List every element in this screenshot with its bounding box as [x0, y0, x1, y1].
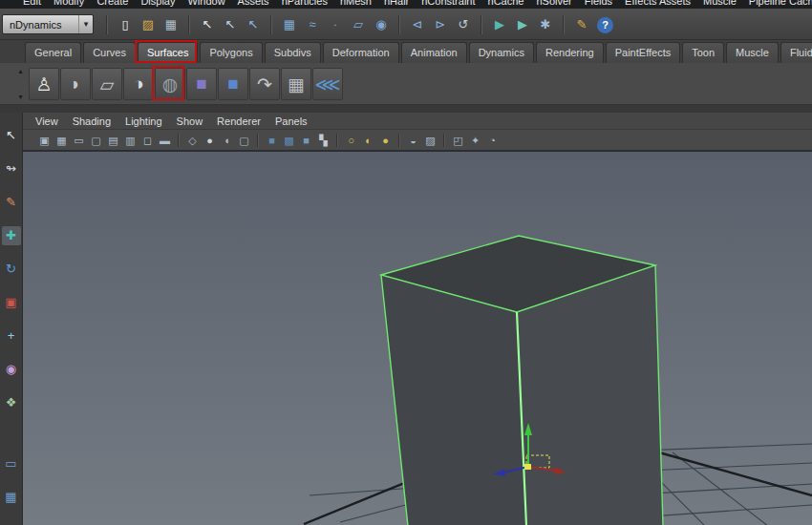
- exposure-icon[interactable]: ◔: [484, 133, 501, 149]
- menu-window[interactable]: Window: [187, 0, 224, 9]
- nurbs-to-polygons-icon[interactable]: ▦: [281, 68, 311, 100]
- isolate-select-icon[interactable]: ◰: [450, 133, 466, 149]
- textured-mode-icon[interactable]: ▩: [281, 133, 297, 149]
- shelf-tab-fluids[interactable]: Fluids: [780, 42, 812, 63]
- help-icon[interactable]: ?: [597, 17, 613, 33]
- shadows-toggle-icon[interactable]: ◒: [405, 133, 421, 149]
- grid-toggle-icon[interactable]: ▦: [53, 133, 70, 149]
- save-scene-icon[interactable]: ▦: [160, 14, 182, 35]
- menu-display[interactable]: Display: [140, 0, 175, 9]
- snap-to-grid-icon[interactable]: ▦: [279, 14, 300, 35]
- all-lights-icon[interactable]: ●: [377, 133, 394, 149]
- select-object-icon[interactable]: ↖: [220, 14, 241, 35]
- smooth-shade-icon[interactable]: ●: [202, 133, 218, 149]
- loft-icon[interactable]: ◗: [60, 68, 91, 100]
- single-pane-layout-button[interactable]: ▭: [2, 454, 21, 473]
- snap-to-curve-icon[interactable]: ≈: [302, 14, 323, 35]
- shelf-tab-muscle[interactable]: Muscle: [726, 42, 779, 63]
- menu-create[interactable]: Create: [96, 0, 128, 9]
- shelf-tab-rendering[interactable]: Rendering: [536, 42, 604, 63]
- film-gate-icon[interactable]: ▭: [71, 133, 87, 149]
- high-quality-render-icon[interactable]: ■: [298, 133, 314, 149]
- select-camera-icon[interactable]: ▣: [36, 133, 53, 149]
- universal-manipulator-tool[interactable]: +: [2, 326, 21, 346]
- bevel-icon[interactable]: ■: [186, 68, 217, 100]
- select-tool[interactable]: ↖: [2, 126, 21, 145]
- open-scene-icon[interactable]: ▨: [138, 14, 159, 35]
- select-hierarchy-icon[interactable]: ↖: [197, 14, 218, 35]
- menu-nhair[interactable]: nHair: [384, 0, 409, 9]
- lasso-select-tool[interactable]: ↬: [2, 159, 21, 178]
- rotate-tool[interactable]: ↻: [2, 260, 21, 279]
- resolution-gate-icon[interactable]: ▢: [88, 133, 104, 149]
- revolve-icon[interactable]: ♙: [29, 68, 59, 100]
- selected-cube[interactable]: [381, 236, 663, 525]
- shelf-tab-painteffects[interactable]: PaintEffects: [606, 42, 681, 63]
- menu-modify[interactable]: Modify: [53, 0, 84, 9]
- flat-shade-icon[interactable]: ◖: [219, 133, 235, 149]
- xray-display-icon[interactable]: ▨: [422, 133, 438, 149]
- output-connections-icon[interactable]: ⊳: [430, 14, 451, 35]
- shelf-arrow-up-icon[interactable]: ▴: [18, 67, 22, 75]
- snap-to-view-plane-icon[interactable]: ▱: [348, 14, 369, 35]
- shelf-tab-deformation[interactable]: Deformation: [323, 42, 399, 63]
- panel-menu-view[interactable]: View: [35, 113, 58, 130]
- snap-to-point-icon[interactable]: ∙: [325, 14, 346, 35]
- gate-mask-icon[interactable]: ▤: [105, 133, 121, 149]
- perspective-view[interactable]: [23, 152, 812, 525]
- shaded-mode-icon[interactable]: ■: [264, 133, 280, 149]
- move-tool[interactable]: ✚: [2, 226, 21, 245]
- menu-muscle[interactable]: Muscle: [703, 0, 737, 9]
- boundary-icon[interactable]: ◍: [155, 68, 185, 100]
- extrude-icon[interactable]: ◑: [123, 68, 154, 100]
- panel-menu-renderer[interactable]: Renderer: [217, 113, 261, 130]
- wireframe-display-icon[interactable]: ◇: [184, 133, 201, 149]
- shelf-tab-polygons[interactable]: Polygons: [200, 42, 262, 63]
- render-settings-icon[interactable]: ✱: [535, 14, 556, 35]
- paint-effects-icon[interactable]: ⋘: [312, 68, 343, 100]
- shelf-tab-toon[interactable]: Toon: [682, 42, 724, 63]
- construction-history-icon[interactable]: ↺: [453, 14, 474, 35]
- menu-nsolver[interactable]: nSolver: [536, 0, 571, 9]
- default-lighting-icon[interactable]: ◐: [360, 133, 376, 149]
- manipulator-center-handle[interactable]: [524, 464, 531, 470]
- shelf-tab-animation[interactable]: Animation: [401, 42, 467, 63]
- shelf-tab-general[interactable]: General: [25, 42, 81, 63]
- safe-action-icon[interactable]: ◻: [139, 133, 156, 149]
- paint-select-tool[interactable]: ✎: [2, 193, 21, 212]
- shelf-tab-surfaces[interactable]: Surfaces: [138, 42, 198, 63]
- scale-tool[interactable]: ▣: [2, 293, 21, 312]
- safe-title-icon[interactable]: ▬: [157, 133, 173, 149]
- render-current-frame-icon[interactable]: ▶: [489, 14, 510, 35]
- menu-ncache[interactable]: nCache: [488, 0, 524, 9]
- menu-fields[interactable]: Fields: [585, 0, 612, 9]
- bounding-box-icon[interactable]: ▢: [236, 133, 252, 149]
- four-pane-layout-button[interactable]: ▦: [2, 488, 21, 507]
- menu-edit[interactable]: Edit: [23, 0, 41, 9]
- panel-menu-show[interactable]: Show: [177, 113, 203, 130]
- checker-texture-icon[interactable]: ▚: [315, 133, 331, 149]
- shelf-switch-arrows[interactable]: ▴ ▾: [15, 67, 26, 101]
- menu-nconstraint[interactable]: nConstraint: [421, 0, 475, 9]
- menu-pipeline-cache[interactable]: Pipeline Cache: [749, 0, 812, 9]
- ipr-render-icon[interactable]: ▶: [512, 14, 533, 35]
- panel-menu-panels[interactable]: Panels: [275, 113, 308, 130]
- new-scene-icon[interactable]: ▯: [115, 14, 136, 35]
- soft-modification-tool[interactable]: ◉: [2, 360, 21, 379]
- shelf-arrow-down-icon[interactable]: ▾: [18, 93, 22, 101]
- menu-nmesh[interactable]: nMesh: [340, 0, 372, 9]
- menu-effects-assets[interactable]: Effects Assets: [625, 0, 691, 9]
- shelf-tab-curves[interactable]: Curves: [83, 42, 136, 63]
- shelf-tab-dynamics[interactable]: Dynamics: [469, 42, 534, 63]
- panel-menu-shading[interactable]: Shading: [73, 113, 111, 130]
- select-component-icon[interactable]: ↖: [243, 14, 264, 35]
- paint-effects-panel-icon[interactable]: ✎: [571, 14, 592, 35]
- attach-surfaces-icon[interactable]: ↷: [249, 68, 280, 100]
- input-connections-icon[interactable]: ⊲: [407, 14, 428, 35]
- panel-menu-lighting[interactable]: Lighting: [125, 113, 162, 130]
- no-lights-icon[interactable]: ○: [343, 133, 359, 149]
- camera-settings-icon[interactable]: ✦: [467, 133, 483, 149]
- make-live-icon[interactable]: ◉: [371, 14, 392, 35]
- show-manipulator-tool[interactable]: ❖: [2, 393, 21, 412]
- menu-set-dropdown[interactable]: nDynamics ▾: [2, 14, 94, 34]
